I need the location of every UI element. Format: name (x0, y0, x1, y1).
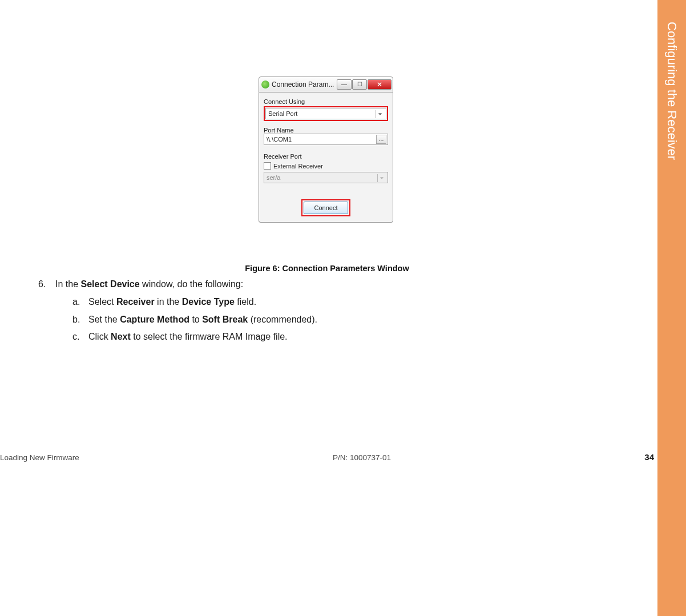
page-footer: Loading New Firmware P/N: 1000737-01 34 (0, 452, 654, 462)
connect-using-combo[interactable]: Serial Port (265, 108, 386, 119)
connection-parameters-dialog: Connection Param... — ☐ ✕ Connect Using … (259, 77, 393, 223)
chevron-down-icon (377, 174, 385, 182)
substep-c: c. Click Next to select the firmware RAM… (72, 330, 609, 344)
receiver-port-combo: ser/a (264, 172, 388, 183)
receiver-port-value: ser/a (267, 174, 280, 181)
connect-button[interactable]: Connect (304, 202, 348, 214)
minimize-icon: — (341, 82, 347, 87)
maximize-icon: ☐ (357, 82, 362, 87)
close-button[interactable]: ✕ (368, 79, 392, 90)
connect-using-value: Serial Port (268, 110, 297, 117)
port-name-label: Port Name (264, 127, 388, 134)
minimize-button[interactable]: — (337, 79, 352, 90)
dialog-title: Connection Param... (272, 80, 337, 88)
highlight-connect-using: Serial Port (264, 106, 388, 121)
connect-using-label: Connect Using (264, 98, 388, 105)
substep-a: a. Select Receiver in the Device Type fi… (72, 295, 609, 309)
external-receiver-checkbox[interactable] (264, 162, 271, 170)
side-tab: Configuring the Receiver (657, 0, 686, 616)
step-number: 6. (38, 277, 55, 292)
receiver-port-label: Receiver Port (264, 153, 388, 160)
step-text: In the Select Device window, do the foll… (55, 277, 243, 292)
highlight-connect: Connect (301, 199, 350, 216)
port-name-field[interactable]: \\.\COM1 ... (264, 134, 388, 145)
footer-section: Loading New Firmware (0, 453, 79, 462)
port-name-value: \\.\COM1 (267, 136, 292, 143)
chevron-down-icon (376, 110, 384, 118)
close-icon: ✕ (377, 81, 382, 88)
app-icon (261, 80, 269, 88)
footer-part-number: P/N: 1000737-01 (79, 453, 645, 462)
substep-b: b. Set the Capture Method to Soft Break … (72, 313, 609, 327)
figure-caption: Figure 6: Connection Parameters Window (0, 264, 654, 273)
external-receiver-label: External Receiver (273, 163, 323, 170)
side-tab-title: Configuring the Receiver (657, 17, 686, 245)
maximize-button[interactable]: ☐ (352, 79, 367, 90)
browse-button[interactable]: ... (376, 135, 386, 144)
dialog-titlebar: Connection Param... — ☐ ✕ (259, 77, 393, 92)
footer-page-number: 34 (644, 452, 654, 462)
body-text: 6. In the Select Device window, do the f… (38, 277, 609, 344)
